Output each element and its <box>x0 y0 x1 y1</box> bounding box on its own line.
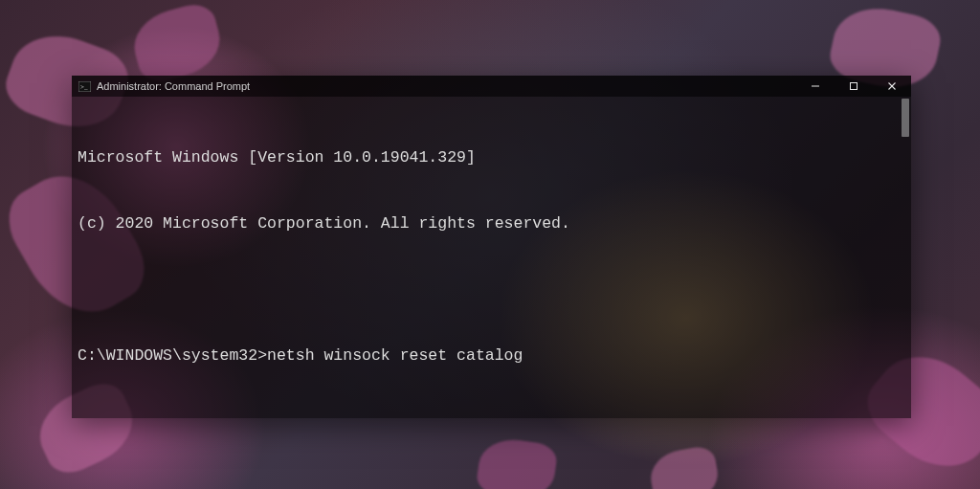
close-button[interactable] <box>873 76 911 97</box>
scrollbar-thumb[interactable] <box>902 99 909 137</box>
prompt-text: C:\WINDOWS\system32> <box>78 346 267 365</box>
titlebar[interactable]: >_ Administrator: Command Prompt <box>72 76 911 97</box>
terminal-blank-line <box>78 411 902 418</box>
window-title: Administrator: Command Prompt <box>97 80 250 92</box>
svg-text:>_: >_ <box>80 83 88 91</box>
terminal-blank-line <box>78 278 902 300</box>
maximize-button[interactable] <box>835 76 873 97</box>
command-text: netsh winsock reset catalog <box>267 346 523 365</box>
cmd-icon: >_ <box>78 79 91 93</box>
terminal-line: Microsoft Windows [Version 10.0.19041.32… <box>78 146 902 168</box>
minimize-button[interactable] <box>796 76 835 97</box>
vertical-scrollbar[interactable] <box>900 97 911 418</box>
terminal-body[interactable]: Microsoft Windows [Version 10.0.19041.32… <box>72 97 911 418</box>
terminal-history-line: C:\WINDOWS\system32>netsh winsock reset … <box>78 345 902 367</box>
wallpaper-decoration <box>126 0 227 86</box>
desktop-wallpaper: >_ Administrator: Command Prompt Microso… <box>0 0 980 489</box>
command-prompt-window[interactable]: >_ Administrator: Command Prompt Microso… <box>72 76 911 418</box>
wallpaper-decoration <box>475 435 559 489</box>
wallpaper-decoration <box>647 444 722 489</box>
terminal-line: (c) 2020 Microsoft Corporation. All righ… <box>78 212 902 234</box>
svg-rect-3 <box>851 83 858 90</box>
